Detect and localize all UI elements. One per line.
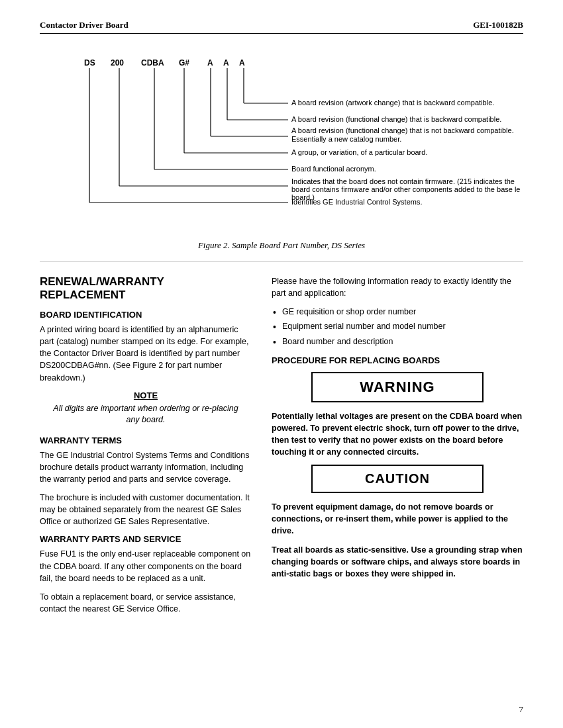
svg-text:DS: DS (84, 58, 95, 68)
header-title: Contactor Driver Board (40, 20, 128, 30)
warning-box: WARNING (311, 372, 484, 402)
right-column: Please have the following information re… (272, 275, 523, 621)
diagram-container: DS 200 CDBA G# A A A (43, 47, 520, 232)
svg-text:Identifies GE Industrial Contr: Identifies GE Industrial Control Systems… (291, 198, 422, 206)
warranty-terms-title: WARRANTY TERMS (40, 435, 252, 445)
board-id-text: A printed wiring board is identified by … (40, 324, 252, 384)
bullet-list: GE requisition or shop order number Equi… (272, 306, 523, 347)
warranty-terms-para1: The GE Industrial Control Systems Terms … (40, 449, 252, 485)
svg-text:A group, or variation, of a pa: A group, or variation, of a particular b… (291, 148, 427, 156)
warranty-terms-para2: The brochure is included with customer d… (40, 492, 252, 527)
svg-text:A board revision (functional c: A board revision (functional change) tha… (291, 126, 514, 134)
svg-text:A: A (239, 58, 245, 68)
svg-text:Indicates that the board does : Indicates that the board does not contai… (291, 177, 515, 185)
list-item: GE requisition or shop order number (272, 306, 523, 318)
svg-text:A: A (223, 58, 229, 68)
note-box: NOTE All digits are important when order… (53, 390, 238, 426)
diagram-caption: Figure 2. Sample Board Part Number, DS S… (198, 240, 365, 251)
svg-text:G#: G# (179, 58, 189, 68)
warning-text: Potentially lethal voltages are present … (272, 410, 523, 459)
list-item: Equipment serial number and model number (272, 320, 523, 332)
content-columns: RENEWAL/WARRANTY REPLACEMENT BOARD IDENT… (40, 275, 523, 621)
svg-text:Board functional acronym.: Board functional acronym. (291, 165, 376, 173)
caution-label: CAUTION (365, 471, 430, 486)
diagram-section: DS 200 CDBA G# A A A (40, 47, 523, 251)
procedure-title: PROCEDURE FOR REPLACING BOARDS (272, 355, 523, 365)
caution-box: CAUTION (311, 465, 484, 493)
svg-text:200: 200 (111, 58, 124, 68)
note-label: NOTE (53, 390, 238, 400)
svg-text:Essentially a new catalog numb: Essentially a new catalog number. (291, 135, 401, 143)
svg-text:A board revision (artwork chan: A board revision (artwork change) that i… (291, 99, 494, 107)
warranty-parts-title: WARRANTY PARTS AND SERVICE (40, 534, 252, 544)
svg-text:A board revision (functional c: A board revision (functional change) tha… (291, 115, 501, 123)
svg-text:A: A (207, 58, 213, 68)
page: Contactor Driver Board GEI-100182B DS 20… (0, 0, 563, 728)
warranty-parts-para1: Fuse FU1 is the only end-user replaceabl… (40, 548, 252, 584)
intro-text: Please have the following information re… (272, 275, 523, 299)
warranty-parts-para2: To obtain a replacement board, or servic… (40, 591, 252, 615)
board-id-title: BOARD IDENTIFICATION (40, 310, 252, 320)
page-header: Contactor Driver Board GEI-100182B (40, 20, 523, 34)
svg-text:CDBA: CDBA (141, 58, 164, 68)
left-column: RENEWAL/WARRANTY REPLACEMENT BOARD IDENT… (40, 275, 252, 621)
caution-para2: Treat all boards as static-sensitive. Us… (272, 544, 523, 580)
renewal-warranty-title: RENEWAL/WARRANTY REPLACEMENT (40, 275, 252, 302)
part-number-diagram: DS 200 CDBA G# A A A (43, 47, 520, 232)
svg-text:board contains firmware and/or: board contains firmware and/or other com… (291, 185, 520, 193)
caution-para1: To prevent equipment damage, do not remo… (272, 501, 523, 537)
header-doc-number: GEI-100182B (473, 20, 523, 30)
note-text: All digits are important when ordering o… (53, 403, 238, 426)
page-number: 7 (519, 704, 524, 715)
warning-label: WARNING (360, 379, 435, 395)
list-item: Board number and description (272, 336, 523, 347)
